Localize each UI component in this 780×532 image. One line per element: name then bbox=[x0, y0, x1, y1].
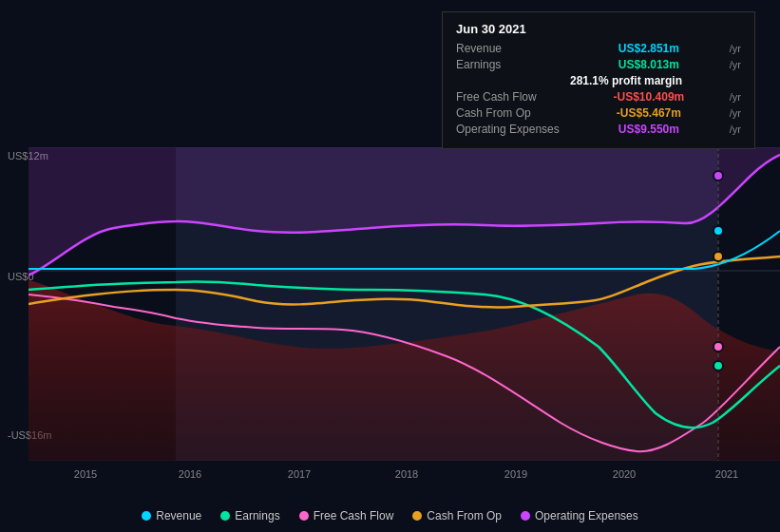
x-label-2017: 2017 bbox=[288, 468, 311, 480]
svg-point-5 bbox=[713, 226, 723, 236]
legend-item-fcf[interactable]: Free Cash Flow bbox=[299, 509, 394, 522]
tooltip-unit-earnings: /yr bbox=[730, 59, 741, 70]
tooltip-date: Jun 30 2021 bbox=[456, 22, 741, 36]
tooltip-row-earnings: Earnings US$8.013m /yr bbox=[456, 58, 741, 71]
x-label-2015: 2015 bbox=[74, 468, 97, 480]
legend-label-fcf: Free Cash Flow bbox=[314, 509, 394, 522]
tooltip-value-opex: US$9.550m bbox=[618, 123, 679, 136]
tooltip-unit-fcf: /yr bbox=[730, 91, 741, 103]
legend-item-opex[interactable]: Operating Expenses bbox=[521, 509, 638, 522]
tooltip-panel: Jun 30 2021 Revenue US$2.851m /yr Earnin… bbox=[442, 11, 755, 149]
x-label-2021: 2021 bbox=[715, 468, 738, 480]
tooltip-label-opex: Operating Expenses bbox=[456, 123, 570, 136]
tooltip-label-fcf: Free Cash Flow bbox=[456, 90, 570, 104]
chart-container: Jun 30 2021 Revenue US$2.851m /yr Earnin… bbox=[0, 0, 780, 532]
tooltip-unit-revenue: /yr bbox=[730, 43, 741, 54]
x-label-2020: 2020 bbox=[613, 468, 636, 480]
tooltip-unit-cashfromop: /yr bbox=[730, 107, 741, 119]
legend-dot-opex bbox=[521, 511, 530, 521]
x-label-2018: 2018 bbox=[395, 468, 418, 480]
x-label-2016: 2016 bbox=[179, 468, 201, 480]
svg-point-7 bbox=[713, 342, 723, 352]
legend-label-revenue: Revenue bbox=[156, 509, 201, 522]
x-label-2019: 2019 bbox=[504, 468, 527, 480]
legend-dot-fcf bbox=[299, 511, 309, 521]
tooltip-label-cashfromop: Cash From Op bbox=[456, 106, 570, 120]
legend-dot-cashfromop bbox=[412, 511, 422, 521]
legend-dot-revenue bbox=[142, 511, 151, 521]
tooltip-value-earnings: US$8.013m bbox=[618, 58, 679, 71]
legend-label-earnings: Earnings bbox=[235, 509, 279, 522]
tooltip-row-revenue: Revenue US$2.851m /yr bbox=[456, 42, 741, 55]
legend-label-opex: Operating Expenses bbox=[535, 509, 638, 522]
legend-item-revenue[interactable]: Revenue bbox=[142, 509, 201, 522]
legend-label-cashfromop: Cash From Op bbox=[427, 509, 502, 522]
tooltip-label-earnings: Earnings bbox=[456, 58, 570, 71]
svg-point-9 bbox=[713, 171, 723, 180]
tooltip-value-fcf: -US$10.409m bbox=[614, 90, 685, 104]
tooltip-unit-opex: /yr bbox=[730, 124, 741, 135]
chart-legend: Revenue Earnings Free Cash Flow Cash Fro… bbox=[0, 509, 780, 522]
tooltip-label-revenue: Revenue bbox=[456, 42, 570, 55]
legend-dot-earnings bbox=[220, 511, 230, 521]
legend-item-cashfromop[interactable]: Cash From Op bbox=[412, 509, 502, 522]
tooltip-value-revenue: US$2.851m bbox=[618, 42, 679, 55]
legend-item-earnings[interactable]: Earnings bbox=[220, 509, 279, 522]
tooltip-row-fcf: Free Cash Flow -US$10.409m /yr bbox=[456, 90, 741, 104]
tooltip-row-cashfromop: Cash From Op -US$5.467m /yr bbox=[456, 106, 741, 120]
chart-svg bbox=[29, 147, 780, 461]
tooltip-row-opex: Operating Expenses US$9.550m /yr bbox=[456, 123, 741, 136]
svg-point-8 bbox=[713, 252, 723, 261]
tooltip-profit-margin: 281.1% profit margin bbox=[456, 74, 741, 87]
svg-point-6 bbox=[713, 361, 723, 370]
tooltip-value-cashfromop: -US$5.467m bbox=[617, 106, 681, 120]
